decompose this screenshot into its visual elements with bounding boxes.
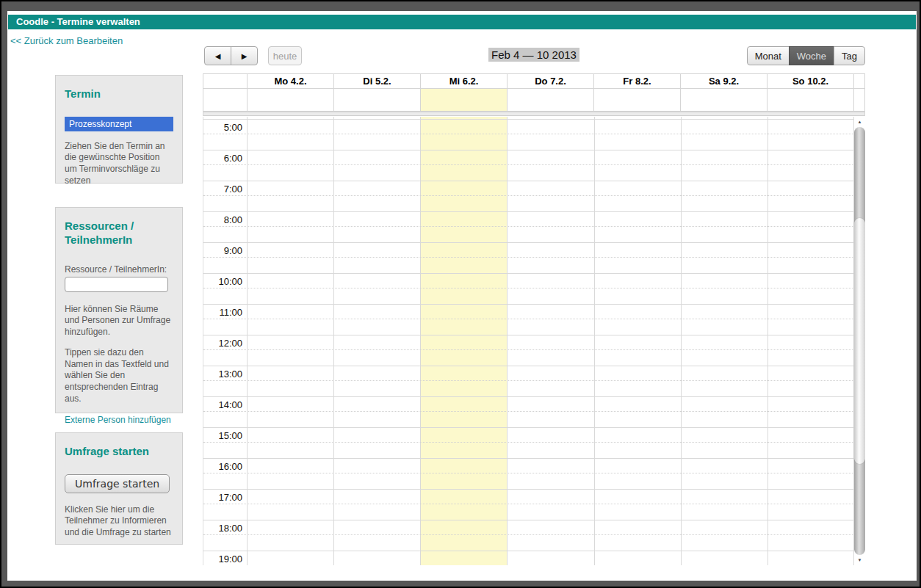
agenda-divider xyxy=(203,112,864,116)
ressourcen-hint-1: Hier können Sie Räume und Personen zur U… xyxy=(65,304,173,338)
prev-button[interactable]: ◀ xyxy=(204,46,231,65)
hour-label: 10:00 xyxy=(203,276,242,287)
hour-label: 7:00 xyxy=(203,184,242,195)
page: Coodle - Termine verwalten << Zurück zum… xyxy=(7,11,917,581)
next-arrow-icon: ▶ xyxy=(242,52,248,60)
draggable-event[interactable]: Prozesskonzept xyxy=(65,117,173,131)
ressourcen-heading: Ressourcen / TeilnehmerIn xyxy=(65,219,173,247)
allday-gutter-cell xyxy=(853,89,864,111)
hour-label: 12:00 xyxy=(203,338,242,349)
hour-row: 15:00 xyxy=(203,427,854,458)
scroll-down-icon[interactable]: ▼ xyxy=(854,555,865,565)
hour-row: 5:00 xyxy=(203,119,854,150)
hour-label: 14:00 xyxy=(203,399,242,410)
half-hour-slot xyxy=(203,243,854,258)
half-hour-slot xyxy=(203,150,854,165)
scroll-up-icon[interactable]: ▲ xyxy=(854,117,865,127)
nav-button-group: ◀ ▶ xyxy=(204,46,258,65)
half-hour-slot xyxy=(203,305,854,319)
prev-arrow-icon: ◀ xyxy=(215,52,221,60)
day-header-cell: Mo 4.2. xyxy=(247,74,333,88)
hour-row: 16:00 xyxy=(203,458,854,489)
hour-rows: 5:006:007:008:009:0010:0011:0012:0013:00… xyxy=(203,117,854,565)
header-gutter-cell xyxy=(853,74,864,88)
hour-label: 13:00 xyxy=(203,369,242,380)
umfrage-heading: Umfrage starten xyxy=(65,445,173,459)
allday-cell xyxy=(420,89,507,111)
hour-label: 15:00 xyxy=(203,430,242,441)
scrollbar: ▲ ▼ xyxy=(854,117,865,565)
hour-label: 11:00 xyxy=(203,307,242,318)
allday-cell xyxy=(767,89,853,111)
resource-input-label: Ressource / TeilnehmerIn: xyxy=(65,264,173,275)
day-header-cell: Mi 6.2. xyxy=(420,74,507,88)
hour-label: 19:00 xyxy=(203,553,242,565)
day-header-cell: Do 7.2. xyxy=(507,74,593,88)
time-grid[interactable]: 5:006:007:008:009:0010:0011:0012:0013:00… xyxy=(203,117,865,565)
hour-row: 6:00 xyxy=(203,150,854,181)
allday-cell xyxy=(680,89,767,111)
hour-label: 17:00 xyxy=(203,492,242,503)
next-button[interactable]: ▶ xyxy=(231,46,258,65)
hour-label: 6:00 xyxy=(203,153,242,164)
half-hour-slot xyxy=(203,274,854,288)
day-header-cell: Sa 9.2. xyxy=(680,74,767,88)
half-hour-slot xyxy=(203,120,854,134)
app-title: Coodle - Termine verwalten xyxy=(16,16,140,27)
hour-row: 9:00 xyxy=(203,242,854,273)
header-axis-cell xyxy=(203,74,247,88)
resource-input[interactable] xyxy=(65,277,168,292)
half-hour-slot xyxy=(203,520,854,535)
allday-cell xyxy=(247,89,333,111)
view-day-button[interactable]: Tag xyxy=(834,46,865,65)
hour-label: 5:00 xyxy=(203,122,242,133)
day-header-cell: Fr 8.2. xyxy=(593,74,680,88)
hour-row: 10:00 xyxy=(203,273,854,304)
termin-panel: Termin Prozesskonzept Ziehen Sie den Ter… xyxy=(55,75,183,184)
half-hour-slot xyxy=(203,459,854,473)
view-month-button[interactable]: Monat xyxy=(747,46,790,65)
hour-label: 9:00 xyxy=(203,245,242,256)
termin-hint: Ziehen Sie den Termin an die gewünschte … xyxy=(65,141,173,186)
allday-row xyxy=(203,88,864,112)
ressourcen-panel: Ressourcen / TeilnehmerIn Ressource / Te… xyxy=(55,207,183,413)
allday-cell xyxy=(333,89,420,111)
umfrage-panel: Umfrage starten Umfrage starten Klicken … xyxy=(55,432,183,545)
hour-row: 13:00 xyxy=(203,366,854,396)
hour-row: 17:00 xyxy=(203,489,854,520)
today-button[interactable]: heute xyxy=(268,46,302,65)
hour-row: 18:00 xyxy=(203,520,854,551)
half-hour-slot xyxy=(203,428,854,443)
hour-row: 12:00 xyxy=(203,335,854,366)
hour-label: 16:00 xyxy=(203,461,242,472)
hour-row: 19:00 xyxy=(203,551,854,565)
half-hour-slot xyxy=(203,397,854,412)
hour-label: 18:00 xyxy=(203,523,242,534)
hour-row: 14:00 xyxy=(203,396,854,427)
calendar-header: Mo 4.2.Di 5.2.Mi 6.2.Do 7.2.Fr 8.2.Sa 9.… xyxy=(203,73,865,116)
app-title-bar: Coodle - Termine verwalten xyxy=(8,15,916,29)
half-hour-slot xyxy=(203,212,854,227)
allday-axis-cell xyxy=(203,89,247,111)
back-to-edit-link[interactable]: << Zurück zum Bearbeiten xyxy=(10,35,123,46)
start-poll-button[interactable]: Umfrage starten xyxy=(65,474,170,493)
view-button-group: Monat Woche Tag xyxy=(747,46,865,65)
scrollbar-thumb[interactable] xyxy=(854,218,865,464)
day-header-row: Mo 4.2.Di 5.2.Mi 6.2.Do 7.2.Fr 8.2.Sa 9.… xyxy=(203,73,864,88)
half-hour-slot xyxy=(203,490,854,504)
allday-cell xyxy=(507,89,593,111)
add-external-person-link[interactable]: Externe Person hinzufügen xyxy=(65,415,171,425)
calendar-title: Feb 4 — 10 2013 xyxy=(488,48,579,62)
hour-label: 8:00 xyxy=(203,214,242,225)
half-hour-slot xyxy=(203,366,854,381)
day-header-cell: Di 5.2. xyxy=(333,74,420,88)
window-frame: Coodle - Termine verwalten << Zurück zum… xyxy=(1,1,920,587)
calendar-toolbar: ◀ ▶ heute Feb 4 — 10 2013 Monat Woche Ta… xyxy=(203,46,865,68)
view-week-button[interactable]: Woche xyxy=(789,46,834,65)
hour-row: 11:00 xyxy=(203,304,854,335)
ressourcen-hint-2: Tippen sie dazu den Namen in das Textfel… xyxy=(65,347,173,404)
allday-cell xyxy=(593,89,680,111)
hour-row: 8:00 xyxy=(203,211,854,242)
termin-heading: Termin xyxy=(65,87,173,101)
half-hour-slot xyxy=(203,181,854,196)
